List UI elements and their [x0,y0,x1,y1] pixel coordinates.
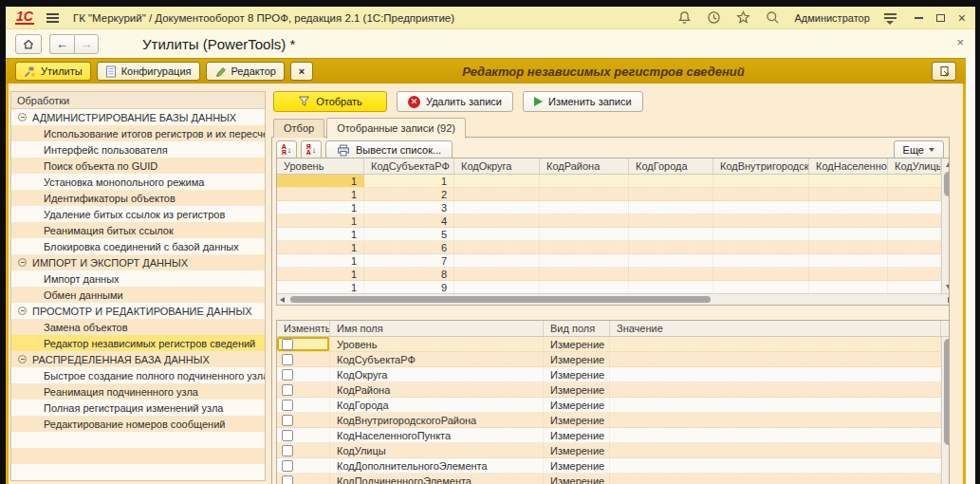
table-cell[interactable] [454,281,540,293]
table-cell[interactable] [454,254,540,267]
table-cell[interactable] [713,241,809,253]
field-name-cell[interactable]: КодГорода [330,398,544,412]
table-cell[interactable] [277,474,330,484]
table-cell[interactable] [809,268,888,280]
table-cell[interactable]: 1 [277,188,364,200]
sidebar-item[interactable]: Обмен данными [11,287,265,303]
table-cell[interactable] [713,268,809,280]
collapse-minus-icon[interactable] [18,258,27,267]
field-kind-cell[interactable]: Измерение [544,382,610,397]
field-name-cell[interactable]: КодПодчиненногоЭлемента [330,474,544,484]
table-cell[interactable] [888,175,941,187]
sidebar-item[interactable]: Быстрое создание полного подчиненного уз… [11,367,265,383]
print-list-button[interactable]: Вывести список... [325,140,453,159]
select-records-button[interactable]: Отобрать [273,91,387,112]
minimize-button[interactable] [915,17,923,19]
sidebar-item[interactable]: Реанимация подчиненного узла [11,383,265,400]
table-cell[interactable] [540,188,629,200]
table-cell[interactable] [713,175,809,187]
sidebar-group[interactable]: АДМИНИСТРИРОВАНИЕ БАЗЫ ДАННЫХ [11,109,265,125]
table-cell[interactable] [454,241,540,253]
scroll-right-icon[interactable] [948,297,950,303]
column-header[interactable]: Значение [610,321,941,336]
history-icon[interactable] [706,10,721,26]
field-name-cell[interactable]: КодДополнительногоЭлемента [330,458,544,473]
table-cell[interactable] [888,214,941,227]
table-row[interactable]: КодПодчиненногоЭлементаИзмерение [277,474,950,484]
table-cell[interactable] [629,214,713,227]
table-cell[interactable] [809,241,888,253]
table-cell[interactable] [629,175,713,187]
table-cell[interactable] [277,352,330,366]
open-in-window-button[interactable] [932,62,956,81]
sidebar-item[interactable]: Редактор независимых регистров сведений [11,335,265,351]
modify-checkbox[interactable] [282,400,293,411]
table-row[interactable]: КодГородаИзмерение [277,398,950,413]
field-value-cell[interactable] [610,413,941,427]
table-cell[interactable] [713,228,809,240]
table-cell[interactable]: 1 [277,268,364,280]
table-cell[interactable]: 1 [277,281,364,293]
more-button[interactable]: Еще [894,140,944,159]
table-row[interactable]: КодУлицыИзмерение [277,443,950,458]
modify-checkbox[interactable] [282,339,293,350]
field-value-cell[interactable] [610,352,941,366]
table-cell[interactable] [888,228,941,240]
column-header[interactable]: КодВнутригородско... [713,158,809,174]
table-cell[interactable] [809,281,888,293]
sidebar-item[interactable]: Интерфейс пользователя [11,141,265,158]
table-cell[interactable] [540,268,629,280]
forward-button[interactable]: → [74,34,99,54]
table-cell[interactable] [888,254,941,267]
table-cell[interactable] [277,367,330,382]
field-value-cell[interactable] [610,337,941,351]
table-cell[interactable]: 1 [277,175,364,187]
table-row[interactable]: 16 [277,241,950,254]
sidebar-item[interactable]: Установка монопольного режима [11,174,265,190]
field-kind-cell[interactable]: Измерение [544,352,610,366]
field-value-cell[interactable] [610,398,941,412]
table-cell[interactable] [809,214,888,227]
notifications-bell-icon[interactable] [676,10,692,26]
sidebar-item[interactable]: Замена объектов [11,319,265,335]
table-cell[interactable] [629,201,713,214]
table-cell[interactable] [713,254,809,267]
column-header[interactable]: Уровень [277,158,364,174]
table-cell[interactable] [809,228,888,240]
field-kind-cell[interactable]: Измерение [544,443,610,457]
field-value-cell[interactable] [610,367,941,382]
table-row[interactable]: 17 [277,254,950,268]
table-cell[interactable] [713,214,809,227]
field-value-cell[interactable] [610,443,941,457]
table-cell[interactable] [809,175,888,187]
field-value-cell[interactable] [610,382,941,397]
sidebar-item[interactable]: Идентификаторы объектов [11,190,265,206]
sidebar-item[interactable]: Импорт данных [11,270,265,287]
sidebar-group[interactable]: ИМПОРТ И ЭКСПОРТ ДАННЫХ [11,254,265,270]
sidebar-item[interactable]: Поиск объекта по GUID [11,158,265,174]
modify-checkbox[interactable] [282,445,293,456]
table-row[interactable]: 11 [277,175,950,188]
table-row[interactable]: КодВнутригородскогоРайонаИзмерение [277,413,950,428]
field-name-cell[interactable]: Уровень [330,337,544,351]
sidebar-item[interactable]: Удаление битых ссылок из регистров [11,206,265,222]
field-name-cell[interactable]: КодРайона [330,382,544,397]
table-cell[interactable] [629,268,713,280]
table-cell[interactable] [888,268,941,280]
table-row[interactable]: КодДополнительногоЭлементаИзмерение [277,458,950,474]
service-menu-icon[interactable] [884,11,897,25]
table-cell[interactable] [454,175,540,187]
table-cell[interactable] [540,214,629,227]
scroll-thumb[interactable] [944,172,950,196]
table-cell[interactable]: 1 [364,175,454,187]
table-cell[interactable] [454,228,540,240]
table-cell[interactable]: 8 [364,268,454,280]
field-kind-cell[interactable]: Измерение [544,367,610,382]
table-cell[interactable] [629,188,713,200]
close-tool-button[interactable]: × [290,62,313,81]
column-header[interactable]: КодРайона [540,158,629,174]
table-cell[interactable]: 6 [364,241,454,253]
close-form-button[interactable]: × [956,37,964,48]
scroll-thumb[interactable] [944,339,950,445]
sidebar-item[interactable]: Полная регистрация изменений узла [11,400,265,416]
